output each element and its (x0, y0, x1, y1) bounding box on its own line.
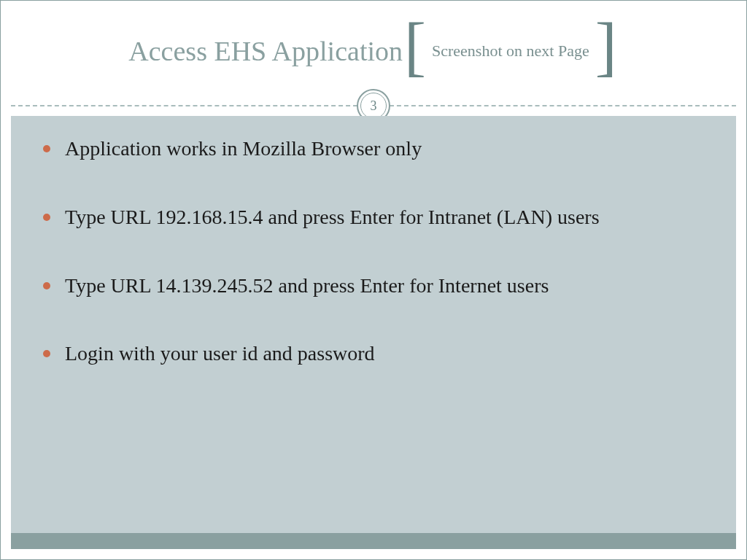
bracket-right: ] (594, 27, 619, 66)
slide-body: Application works in Mozilla Browser onl… (11, 116, 736, 533)
footer-bar (11, 533, 736, 549)
list-item: Login with your user id and password (43, 340, 704, 368)
slide: Access EHS Application [ Screenshot on n… (0, 0, 747, 560)
list-item: Type URL 192.168.15.4 and press Enter fo… (43, 203, 704, 231)
bracket-left: [ (403, 27, 427, 66)
slide-title: Access EHS Application (128, 35, 403, 67)
list-item: Type URL 14.139.245.52 and press Enter f… (43, 272, 704, 300)
list-item: Application works in Mozilla Browser onl… (43, 135, 704, 163)
bullet-list: Application works in Mozilla Browser onl… (43, 135, 704, 368)
slide-header: Access EHS Application [ Screenshot on n… (1, 1, 746, 101)
slide-subtitle: Screenshot on next Page (427, 42, 594, 61)
page-number: 3 (360, 93, 387, 119)
header-divider: 3 (1, 101, 746, 110)
